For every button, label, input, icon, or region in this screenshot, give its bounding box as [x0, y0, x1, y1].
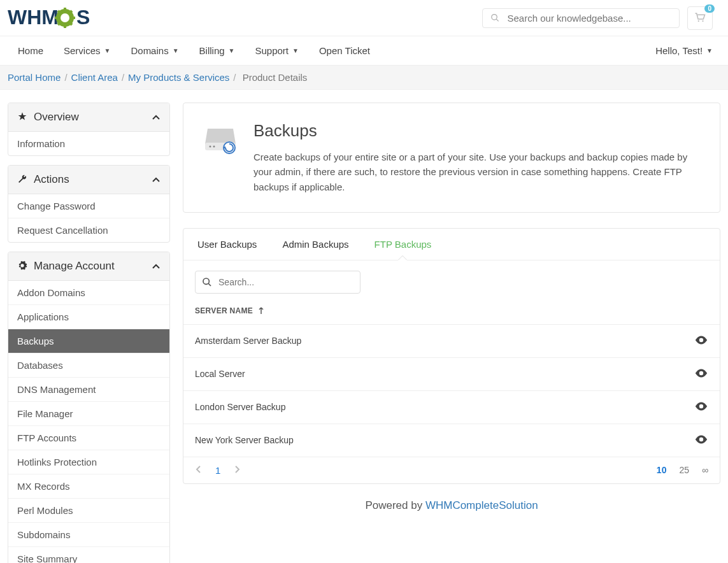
svg-line-13 — [496, 19, 499, 22]
next-page-button[interactable] — [234, 465, 241, 476]
star-icon — [17, 111, 27, 124]
svg-point-23 — [699, 338, 703, 342]
chevron-down-icon: ▼ — [706, 47, 713, 54]
table-row: Local Server — [183, 357, 720, 390]
sidebar-item-applications[interactable]: Applications — [8, 304, 169, 329]
sidebar-item-ftp-accounts[interactable]: FTP Accounts — [8, 425, 169, 450]
svg-line-22 — [208, 283, 211, 286]
breadcrumb-link[interactable]: Client Area — [71, 72, 118, 83]
main-nav: HomeServices ▼Domains ▼Billing ▼Support … — [0, 36, 728, 66]
sidebar-item-site-summary[interactable]: Site Summary — [8, 546, 169, 563]
breadcrumb-link[interactable]: Portal Home — [8, 72, 61, 83]
sidebar-section-actions[interactable]: Actions — [8, 166, 169, 194]
chevron-down-icon: ▼ — [229, 47, 235, 54]
server-name-cell: Amsterdam Server Backup — [195, 336, 301, 346]
footer: Powered by WHMCompleteSolution — [183, 484, 720, 527]
svg-point-21 — [203, 278, 209, 284]
sidebar-section-overview[interactable]: Overview — [8, 103, 169, 132]
page-size-25[interactable]: 25 — [679, 465, 689, 475]
nav-open-ticket[interactable]: Open Ticket — [309, 36, 380, 65]
sidebar-item-mx-records[interactable]: MX Records — [8, 474, 169, 498]
svg-point-12 — [492, 15, 497, 20]
backups-panel: User BackupsAdmin BackupsFTP Backups SER… — [183, 228, 720, 484]
sidebar-item-addon-domains[interactable]: Addon Domains — [8, 281, 169, 304]
svg-line-7 — [58, 11, 61, 13]
sidebar-item-change-password[interactable]: Change Password — [8, 194, 169, 218]
nav-billing[interactable]: Billing ▼ — [189, 36, 245, 65]
logo-image: WHM S — [8, 5, 135, 31]
header-right: 0 — [482, 6, 713, 30]
svg-point-26 — [699, 438, 703, 441]
table-row: London Server Backup — [183, 390, 720, 424]
svg-point-17 — [210, 146, 211, 148]
knowledgebase-search[interactable] — [482, 8, 680, 28]
chevron-up-icon — [152, 175, 161, 185]
cart-badge: 0 — [704, 4, 715, 13]
wrench-icon — [17, 174, 27, 186]
page-header-card: Backups Create backups of your entire si… — [183, 103, 720, 213]
table-search-input[interactable] — [218, 277, 353, 287]
sidebar-item-databases[interactable]: Databases — [8, 353, 169, 377]
svg-point-18 — [213, 146, 215, 148]
knowledgebase-search-input[interactable] — [508, 13, 672, 24]
pagination: 1 1025∞ — [183, 457, 720, 483]
chevron-down-icon: ▼ — [104, 47, 111, 54]
page-number[interactable]: 1 — [215, 465, 220, 476]
greeting-text: Hello, Test! — [655, 45, 703, 56]
tab-admin-backups[interactable]: Admin Backups — [280, 229, 351, 260]
server-name-cell: New York Server Backup — [195, 435, 294, 445]
view-button[interactable] — [694, 368, 708, 380]
gear-icon — [17, 260, 27, 273]
user-menu[interactable]: Hello, Test! ▼ — [655, 45, 713, 56]
svg-line-8 — [69, 22, 72, 25]
svg-line-9 — [58, 22, 61, 25]
svg-point-24 — [699, 371, 703, 375]
view-button[interactable] — [694, 335, 708, 347]
breadcrumb: Portal Home/Client Area/My Products & Se… — [0, 66, 728, 90]
sidebar-item-information[interactable]: Information — [8, 132, 169, 155]
page-description: Create backups of your entire site or a … — [253, 150, 701, 194]
nav-home[interactable]: Home — [15, 36, 54, 65]
svg-point-2 — [61, 13, 69, 22]
chevron-down-icon: ▼ — [292, 47, 299, 54]
nav-support[interactable]: Support ▼ — [245, 36, 308, 65]
svg-text:WHM: WHM — [8, 6, 59, 29]
sidebar-item-dns-management[interactable]: DNS Management — [8, 377, 169, 401]
page-title: Backups — [253, 121, 701, 141]
cart-button[interactable]: 0 — [687, 6, 713, 30]
chevron-up-icon — [152, 261, 161, 272]
server-name-cell: London Server Backup — [195, 402, 285, 412]
page-size-∞[interactable]: ∞ — [702, 465, 708, 475]
nav-domains[interactable]: Domains ▼ — [120, 36, 189, 65]
svg-line-10 — [69, 11, 72, 13]
table-row: New York Server Backup — [183, 424, 720, 457]
footer-link[interactable]: WHMCompleteSolution — [425, 499, 538, 511]
prev-page-button[interactable] — [195, 465, 201, 476]
tab-user-backups[interactable]: User Backups — [195, 229, 259, 260]
column-server-name: SERVER NAME — [195, 306, 253, 315]
sidebar-item-subdomains[interactable]: Subdomains — [8, 522, 169, 546]
top-header: WHM S 0 — [0, 0, 728, 36]
breadcrumb-link[interactable]: My Products & Services — [128, 72, 229, 83]
sidebar-item-hotlinks-protection[interactable]: Hotlinks Protection — [8, 450, 169, 474]
breadcrumb-current: Product Details — [243, 72, 308, 83]
tab-ftp-backups[interactable]: FTP Backups — [372, 229, 434, 260]
table-search[interactable] — [195, 271, 360, 294]
sidebar-item-request-cancellation[interactable]: Request Cancellation — [8, 218, 169, 242]
chevron-up-icon — [152, 112, 161, 123]
sidebar-item-file-manager[interactable]: File Manager — [8, 401, 169, 425]
sidebar-section-manage-account[interactable]: Manage Account — [8, 252, 169, 281]
page-size-10[interactable]: 10 — [657, 465, 667, 475]
table-header[interactable]: SERVER NAME — [183, 294, 720, 324]
nav-services[interactable]: Services ▼ — [54, 36, 120, 65]
sidebar-item-perl-modules[interactable]: Perl Modules — [8, 498, 169, 522]
svg-point-15 — [702, 20, 703, 21]
logo[interactable]: WHM S — [8, 5, 135, 31]
cart-icon — [694, 12, 706, 22]
sidebar-item-backups[interactable]: Backups — [8, 329, 169, 353]
server-name-cell: Local Server — [195, 369, 245, 379]
chevron-down-icon: ▼ — [173, 47, 179, 54]
view-button[interactable] — [694, 434, 708, 446]
table-row: Amsterdam Server Backup — [183, 324, 720, 357]
view-button[interactable] — [694, 401, 708, 413]
